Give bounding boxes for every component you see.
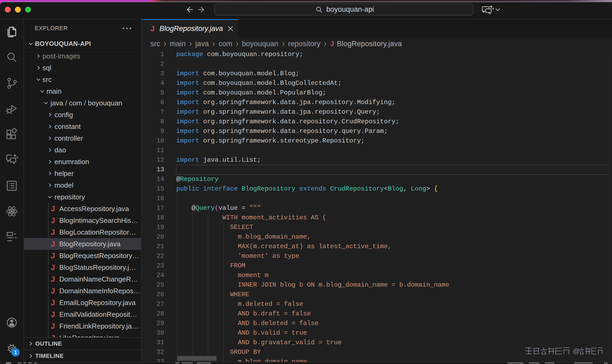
svg-text:@: @ [573, 347, 580, 355]
